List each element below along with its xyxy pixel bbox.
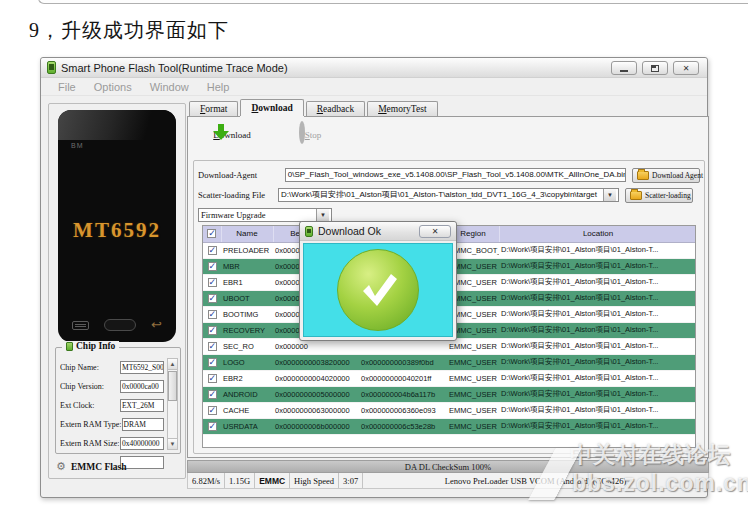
tab[interactable]: Format (189, 101, 238, 116)
cell-name: MBR (221, 258, 273, 274)
phone-home-key-icon (104, 319, 136, 331)
table-row[interactable]: USRDATA 0x000000006b000000 0x000000006c5… (203, 418, 696, 434)
cell-name: SEC_RO (221, 338, 273, 354)
cell-location: D:\Work\项目安排\01_Alston项目\01_Alston-T... (499, 354, 696, 370)
cell-region: EMMC_USER (447, 354, 499, 370)
table-row[interactable]: EBR2 0x0000000004020000 0x00000000040201… (203, 370, 696, 386)
chip-field-label: Extern RAM Size: (60, 439, 120, 448)
table-row[interactable]: ANDROID 0x0000000005000000 0x000000004b6… (203, 386, 696, 402)
scatter-file-value: D:\Work\项目安排\01_Alston项目\01_Alston-T\als… (281, 189, 603, 201)
cell-begin-address: 0x0000000005000000 (273, 386, 359, 402)
chip-info-scrollbar[interactable]: ▲ ▼ (167, 358, 178, 450)
table-row[interactable]: CACHE 0x0000000063000000 0x000000006360e… (203, 402, 696, 418)
dialog-title: Download Ok (318, 225, 381, 237)
window-titlebar[interactable]: Smart Phone Flash Tool(Runtime Trace Mod… (41, 58, 707, 78)
select-all-checkbox[interactable] (207, 229, 216, 238)
download-agent-button[interactable]: Download Agent (632, 168, 700, 183)
checkmark-glyph (355, 269, 401, 311)
chip-info-row: Extern RAM Size: 0x40000000 (60, 434, 164, 453)
cell-name: UBOOT (221, 290, 273, 306)
phone-brand-label: BM (71, 142, 84, 149)
cell-end-address: 0x000000006360e093 (359, 402, 447, 418)
cell-name: PRELOADER (221, 242, 273, 258)
mode-select[interactable]: Firmware Upgrade ▼ (198, 208, 332, 222)
cell-end-address: 0x00000000040201ff (359, 370, 447, 386)
table-row[interactable]: LOGO 0x0000000003820000 0x000000000389f0… (203, 354, 696, 370)
row-checkbox[interactable] (208, 326, 217, 335)
menu-item[interactable]: Help (198, 81, 239, 93)
page: 9，升级成功界面如下 Smart Phone Flash Tool(Runtim… (0, 0, 748, 525)
cell-name: ANDROID (221, 386, 273, 402)
cell-region: EMMC_USER (447, 418, 499, 434)
chip-info-groupbox: Chip Info Chip Name: MT6592_S00 Chip Ver… (55, 347, 181, 454)
success-check-icon (337, 249, 419, 331)
cell-location: D:\Work\项目安排\01_Alston项目\01_Alston-T... (499, 402, 696, 418)
flash-type-row: ⚙ EMMC Flash (56, 461, 127, 472)
menu-item[interactable]: Options (85, 81, 141, 93)
phone-chip-label: MT6592 (58, 218, 176, 243)
menu-item[interactable]: Window (141, 81, 198, 93)
scroll-up-icon[interactable]: ▲ (168, 359, 177, 370)
status-cell: Lenovo PreLoader USB VCOM (Android) (COM… (363, 473, 708, 488)
chip-field-label: Chip Name: (60, 363, 120, 372)
tab[interactable]: Download (240, 99, 303, 116)
cell-location: D:\Work\项目安排\01_Alston项目\01_Alston-T... (499, 338, 696, 354)
chip-field-value: DRAM (122, 418, 164, 431)
cell-begin-address: 0x0000000003820000 (273, 354, 359, 370)
cell-location: D:\Work\项目安排\01_Alston项目\01_Alston-T... (499, 370, 696, 386)
cell-name: BOOTIMG (221, 306, 273, 322)
download-agent-label: Download-Agent (198, 170, 285, 180)
col-header-name[interactable]: Name (221, 226, 273, 242)
cell-name: EBR2 (221, 370, 273, 386)
row-checkbox[interactable] (208, 422, 217, 431)
chip-info-row: Ext Clock: EXT_26M (60, 396, 164, 415)
scroll-thumb[interactable] (168, 371, 177, 401)
tab[interactable]: MemoryTest (367, 101, 437, 116)
cell-region: EMMC_USER (447, 402, 499, 418)
row-checkbox[interactable] (208, 358, 217, 367)
download-agent-input[interactable]: 0\SP_Flash_Tool_windows_exe_v5.1408.00\S… (285, 168, 626, 182)
tab-strip: FormatDownloadReadbackMemoryTest (189, 99, 440, 116)
row-checkbox[interactable] (208, 406, 217, 415)
status-bar: 6.82M/s1.15GEMMCHigh Speed3:07Lenovo Pre… (187, 473, 709, 489)
cell-location: D:\Work\项目安排\01_Alston项目\01_Alston-T... (499, 386, 696, 402)
menu-item[interactable]: File (49, 81, 85, 93)
chip-field-label: Ext Clock: (60, 401, 120, 410)
cell-location: D:\Work\项目安排\01_Alston项目\01_Alston-T... (499, 274, 696, 290)
cell-region: EMMC_USER (447, 386, 499, 402)
minimize-button[interactable] (611, 61, 637, 75)
row-checkbox[interactable] (208, 262, 217, 271)
close-button[interactable]: ✕ (673, 61, 699, 75)
restore-icon (651, 65, 659, 72)
scatter-loading-button[interactable]: Scatter-loading (625, 188, 693, 203)
phone-menu-key-icon (72, 321, 89, 330)
stop-button-label: Stop (305, 130, 322, 140)
cell-begin-address: 0x000000006b000000 (273, 418, 359, 434)
cell-location: D:\Work\项目安排\01_Alston项目\01_Alston-T... (499, 418, 696, 434)
app-icon (47, 61, 56, 74)
chevron-down-icon[interactable]: ▼ (603, 189, 616, 201)
cell-name: RECOVERY (221, 322, 273, 338)
cell-end-address: 0x000000004b6a117b (359, 386, 447, 402)
row-checkbox[interactable] (208, 246, 217, 255)
chip-info-row: Extern RAM Type: DRAM (60, 415, 164, 434)
scroll-down-icon[interactable]: ▼ (168, 438, 177, 449)
scatter-file-combobox[interactable]: D:\Work\项目安排\01_Alston项目\01_Alston-T\als… (278, 188, 619, 202)
stop-button[interactable]: Stop (280, 124, 340, 142)
row-checkbox[interactable] (208, 310, 217, 319)
row-checkbox[interactable] (208, 278, 217, 287)
tab[interactable]: Readback (306, 101, 365, 116)
col-header-location[interactable]: Location (499, 226, 696, 242)
page-title: 9，升级成功界面如下 (29, 17, 229, 44)
row-checkbox[interactable] (208, 374, 217, 383)
row-checkbox[interactable] (208, 342, 217, 351)
restore-button[interactable] (642, 61, 668, 75)
chevron-down-icon[interactable]: ▼ (316, 209, 329, 221)
download-button[interactable]: Download (202, 124, 262, 142)
row-checkbox[interactable] (208, 390, 217, 399)
cell-end-address: 0x000000000389f0bd (359, 354, 447, 370)
dialog-close-button[interactable]: ✕ (419, 225, 451, 238)
row-checkbox[interactable] (208, 294, 217, 303)
dialog-titlebar[interactable]: Download Ok ✕ (300, 222, 456, 241)
progress-bar: DA DL CheckSum 100% (187, 460, 709, 473)
